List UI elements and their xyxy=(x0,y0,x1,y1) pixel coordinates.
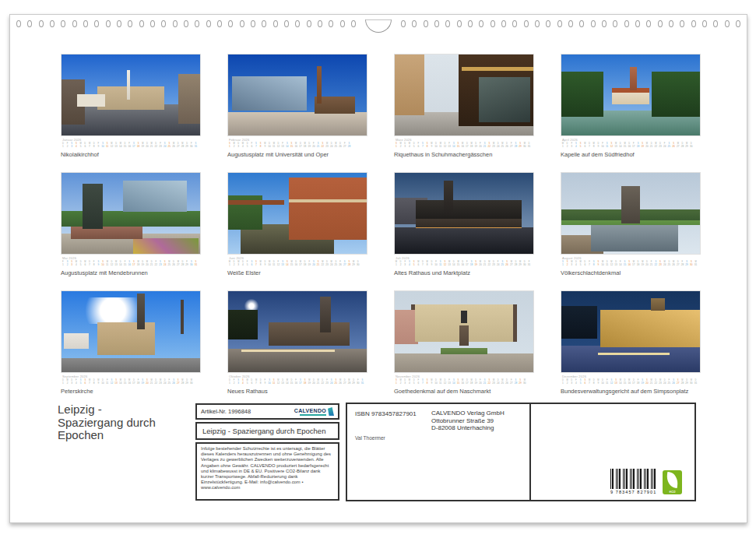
spiral-ring xyxy=(206,20,211,27)
spiral-ring xyxy=(262,20,266,27)
month-label: April 2026 xyxy=(562,138,701,142)
spiral-ring xyxy=(401,20,406,27)
spiral-ring xyxy=(240,20,244,27)
spiral-ring xyxy=(635,20,640,27)
month-cell-august: August 2026 S1S2M3D4M5D6F7S8S9M10D11M12D… xyxy=(561,172,701,276)
spiral-ring xyxy=(83,20,88,27)
page-title: Leipzig - Spaziergang durch Epochen xyxy=(58,403,160,442)
month-label: September 2026 xyxy=(62,374,201,378)
calendar-back-cover: Januar 2026 D1F2S3S4M5D6M7D8F9S10S11M12D… xyxy=(0,0,756,545)
spiral-ring xyxy=(16,20,21,27)
calvendo-flag-icon xyxy=(328,407,334,416)
photo-augustusplatz-oper xyxy=(227,54,367,136)
month-cell-march: März 2026 S1M2D3M4D5F6S7S8M9D10M11D12F13… xyxy=(394,54,534,158)
month-cell-february: Februar 2026 S1M2D3M4D5F6S7S8M9D10M11D12… xyxy=(227,54,367,158)
mini-day: D30 xyxy=(356,261,360,266)
mini-calendar-strip: M1D2F3S4S5M6D7M8D9F10S11S12M13D14M15D16F… xyxy=(394,261,534,266)
spiral-ring xyxy=(658,20,663,27)
box-divider xyxy=(529,404,531,500)
spiral-ring xyxy=(568,20,573,27)
photo-caption: Kapelle auf dem Südfriedhof xyxy=(561,151,701,158)
spiral-ring xyxy=(251,20,255,27)
photo-caption: Völkerschlachtdenkmal xyxy=(561,269,701,276)
spiral-ring xyxy=(150,20,155,27)
spiral-ring xyxy=(340,20,345,27)
spiral-ring xyxy=(736,20,740,27)
spiral-ring xyxy=(535,20,540,27)
mini-day: S31 xyxy=(194,142,199,148)
publisher-address: CALVENDO Verlag GmbH Ottobrunner Straße … xyxy=(431,410,505,432)
photo-kapelle-suedfriedhof xyxy=(561,54,701,136)
spiral-ring xyxy=(128,20,132,27)
spiral-ring xyxy=(501,20,506,27)
month-cell-april: April 2026 M1D2F3S4S5M6D7M8D9F10S11S12M1… xyxy=(561,54,701,158)
mini-day: M30 xyxy=(189,379,194,385)
photo-goethedenkmal xyxy=(394,290,534,373)
spiral-ring xyxy=(624,20,629,27)
mini-calendar-strip: D1F2S3S4M5D6M7D8F9S10S11M12D13M14D15F16S… xyxy=(227,379,367,385)
photo-bundesverwaltungsgericht xyxy=(561,290,701,373)
mini-calendar-strip: S1S2M3D4M5D6F7S8S9M10D11M12D13F14S15S16M… xyxy=(561,261,701,266)
photo-caption: Bundesverwaltungsgericht auf dem Simpson… xyxy=(561,388,701,395)
photo-neues-rathaus xyxy=(227,290,367,373)
spiral-ring xyxy=(39,20,44,27)
month-grid: Januar 2026 D1F2S3S4M5D6M7D8F9S10S11M12D… xyxy=(61,54,701,395)
article-number-box: Artikel-Nr. 1996848 CALVENDO xyxy=(195,403,339,420)
photo-nikolaikirchhof xyxy=(61,54,201,136)
mini-calendar-strip: F1S2S3M4D5M6D7F8S9S10M11D12M13D14F15S16S… xyxy=(61,261,201,266)
spiral-ring xyxy=(117,20,121,27)
calvendo-logo-text: CALVENDO xyxy=(294,408,326,413)
spiral-ring xyxy=(669,20,673,27)
publisher-city: D-82008 Unterhaching xyxy=(431,424,505,432)
photo-mendebrunnen xyxy=(61,172,201,255)
spiral-ring xyxy=(173,20,178,27)
eco-logo: eco xyxy=(663,470,682,494)
month-cell-september: September 2026 D1M2D3F4S5S6M7D8M9D10F11S… xyxy=(61,290,201,395)
spiral-ring xyxy=(468,20,473,27)
mini-calendar-strip: S1M2D3M4D5F6S7S8M9D10M11D12F13S14S15M16D… xyxy=(394,142,534,148)
mini-day: S31 xyxy=(194,261,199,266)
spiral-ring xyxy=(72,20,77,27)
spiral-ring xyxy=(329,20,333,27)
month-cell-january: Januar 2026 D1F2S3S4M5D6M7D8F9S10S11M12D… xyxy=(61,54,201,158)
spiral-ring xyxy=(50,20,55,27)
month-label: Januar 2026 xyxy=(62,138,201,142)
spiral-ring xyxy=(702,20,707,27)
spiral-ring xyxy=(524,20,529,27)
mini-day: M31 xyxy=(694,261,698,266)
spiral-ring xyxy=(457,20,462,27)
mini-calendar-strip: S1M2D3M4D5F6S7S8M9D10M11D12F13S14S15M16D… xyxy=(227,142,367,148)
hanger-hole xyxy=(365,19,392,33)
barcode-bars xyxy=(610,469,656,489)
spiral-ring xyxy=(579,20,584,27)
mini-calendar-strip: D1M2D3F4S5S6M7D8M9D10F11S12S13M14D15M16D… xyxy=(561,379,701,385)
month-cell-july: Juli 2026 M1D2F3S4S5M6D7M8D9F10S11S12M13… xyxy=(394,172,534,276)
spiral-ring xyxy=(139,20,144,27)
mini-day: D31 xyxy=(694,379,698,385)
photo-caption: Augustusplatz mit Mendebrunnen xyxy=(61,269,201,276)
publisher-info-box: ISBN 9783457827901 CALVENDO Verlag GmbH … xyxy=(346,403,696,501)
calvendo-logo-tagline-bar xyxy=(300,414,326,416)
spiral-ring xyxy=(424,20,428,27)
legal-text-box: Infolge bestehender Schutzrechte ist es … xyxy=(195,442,339,501)
calendar-sheet: Januar 2026 D1F2S3S4M5D6M7D8F9S10S11M12D… xyxy=(9,14,747,523)
spiral-ring xyxy=(195,20,199,27)
mini-day: F31 xyxy=(527,261,532,266)
leaf-icon xyxy=(666,472,679,488)
mini-day: D31 xyxy=(527,142,532,148)
spiral-ring xyxy=(295,20,300,27)
mini-calendar-strip: D1F2S3S4M5D6M7D8F9S10S11M12D13M14D15F16S… xyxy=(61,142,201,148)
legal-text: Infolge bestehender Schutzrechte ist es … xyxy=(201,446,334,491)
photo-caption: Goethedenkmal auf dem Naschmarkt xyxy=(394,388,534,395)
spiral-ring xyxy=(94,20,99,27)
spiral-ring xyxy=(713,20,718,27)
mini-day: S31 xyxy=(360,379,365,385)
spiral-ring xyxy=(445,20,450,27)
photo-weisse-elster xyxy=(227,172,367,255)
publisher-street: Ottobrunner Straße 39 xyxy=(431,417,505,425)
mini-day: M30 xyxy=(522,379,527,385)
month-cell-december: Dezember 2026 D1M2D3F4S5S6M7D8M9D10F11S1… xyxy=(561,290,701,395)
spiral-ring xyxy=(284,20,289,27)
photo-caption: Weiße Elster xyxy=(227,269,367,276)
spiral-ring xyxy=(318,20,322,27)
